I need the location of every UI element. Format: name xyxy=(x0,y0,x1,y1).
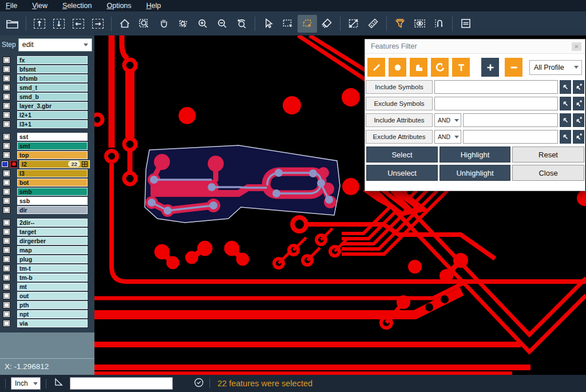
sync-status-icon[interactable] xyxy=(193,377,204,390)
layer-name-bar[interactable]: smt xyxy=(17,142,88,150)
active-layer-indicator[interactable] xyxy=(10,161,18,168)
menu-file[interactable]: File xyxy=(6,2,17,10)
filter-negative-button[interactable] xyxy=(505,58,522,77)
layer-name-bar[interactable]: sst xyxy=(17,133,88,141)
layer-name-bar[interactable]: out xyxy=(17,292,88,300)
layer-visibility-checkbox[interactable] xyxy=(3,121,10,128)
pan-hand-button[interactable] xyxy=(154,15,173,33)
pick-symbol-button[interactable] xyxy=(560,97,571,110)
ruler-button[interactable] xyxy=(363,15,383,33)
features-filter-button[interactable] xyxy=(390,15,410,33)
layer-visibility-checkbox[interactable] xyxy=(3,228,10,235)
dialog-title-bar[interactable]: Features Filter ✕ xyxy=(365,39,585,54)
layer-visibility-checkbox[interactable] xyxy=(1,161,9,168)
snap-button[interactable] xyxy=(429,15,449,33)
include-attributes-logic-select[interactable]: AND xyxy=(434,113,461,127)
include-symbols-input[interactable] xyxy=(434,80,558,94)
layer-visibility-checkbox[interactable] xyxy=(3,142,10,149)
layer-name-bar[interactable]: bfsmb xyxy=(17,74,88,82)
exclude-attributes-button[interactable]: Exclude Attributes xyxy=(366,130,433,144)
filter-positive-button[interactable] xyxy=(481,58,499,77)
zoom-window-button[interactable] xyxy=(134,15,154,33)
pick-add-symbol-button[interactable] xyxy=(573,97,584,110)
layer-name-bar[interactable]: npt xyxy=(17,310,88,318)
layer-visibility-checkbox[interactable] xyxy=(3,179,10,186)
layer-visibility-checkbox[interactable] xyxy=(3,75,10,82)
pick-symbol-button[interactable] xyxy=(560,80,571,94)
filter-pads-button[interactable] xyxy=(389,58,406,77)
filter-text-button[interactable] xyxy=(452,58,470,77)
pan-down-button[interactable]: ↓ xyxy=(49,15,69,33)
step-select[interactable]: edit xyxy=(18,38,92,52)
layer-visibility-checkbox[interactable] xyxy=(3,188,10,195)
pick-add-symbol-button[interactable] xyxy=(573,80,584,94)
layer-visibility-checkbox[interactable] xyxy=(3,302,10,308)
reset-button[interactable]: Reset xyxy=(512,146,584,163)
layer-visibility-checkbox[interactable] xyxy=(3,84,10,91)
exclude-attributes-logic-select[interactable]: AND xyxy=(434,130,461,144)
layer-name-bar[interactable]: smd_t xyxy=(17,84,88,92)
layer-visibility-checkbox[interactable] xyxy=(3,66,10,73)
menu-view[interactable]: View xyxy=(32,2,47,10)
select-button[interactable]: Select xyxy=(366,146,438,163)
show-features-button[interactable] xyxy=(410,15,429,33)
exclude-symbols-input[interactable] xyxy=(434,97,558,110)
layer-name-bar[interactable]: bot xyxy=(17,179,88,187)
layer-visibility-checkbox[interactable] xyxy=(3,102,10,109)
zoom-previous-button[interactable] xyxy=(232,15,251,33)
layer-visibility-checkbox[interactable] xyxy=(3,219,10,226)
layer-visibility-checkbox[interactable] xyxy=(3,274,10,281)
measure-points-button[interactable] xyxy=(344,15,363,33)
layer-name-bar[interactable]: tm-t xyxy=(17,264,88,272)
close-button[interactable]: Close xyxy=(512,165,584,181)
layer-name-bar[interactable]: via xyxy=(17,319,88,327)
layer-name-bar[interactable]: dir xyxy=(17,206,88,214)
command-input[interactable] xyxy=(70,377,173,390)
layer-name-bar[interactable]: ssb xyxy=(17,197,88,205)
include-attributes-button[interactable]: Include Attributes xyxy=(366,113,433,127)
select-pointer-button[interactable] xyxy=(259,15,278,33)
pan-up-button[interactable]: ↑ xyxy=(30,15,49,33)
layer-name-bar[interactable]: mt xyxy=(17,283,88,291)
filter-surfaces-button[interactable] xyxy=(410,58,427,77)
layer-name-bar[interactable]: target xyxy=(17,228,88,236)
select-rectangle-button[interactable] xyxy=(278,15,298,33)
layer-name-bar[interactable]: plug xyxy=(17,255,88,263)
zoom-polygon-button[interactable] xyxy=(173,15,193,33)
pick-add-attribute-button[interactable] xyxy=(573,130,584,144)
layer-name-bar[interactable]: smb xyxy=(17,188,88,196)
layer-visibility-checkbox[interactable] xyxy=(3,112,10,118)
include-symbols-button[interactable]: Include Symbols xyxy=(366,80,433,94)
layer-name-bar[interactable]: l2+1 xyxy=(17,111,88,119)
layer-visibility-checkbox[interactable] xyxy=(3,320,10,327)
layer-visibility-checkbox[interactable] xyxy=(3,207,10,213)
layer-name-bar[interactable]: layer_3.gbr xyxy=(17,102,88,110)
layer-visibility-checkbox[interactable] xyxy=(3,197,10,204)
exclude-attributes-input[interactable] xyxy=(463,130,558,144)
layer-visibility-checkbox[interactable] xyxy=(3,247,10,254)
include-attributes-input[interactable] xyxy=(463,113,558,127)
layer-visibility-checkbox[interactable] xyxy=(3,283,10,290)
units-select[interactable]: Inch xyxy=(11,377,41,390)
select-polygon-button[interactable] xyxy=(298,15,317,33)
layer-name-bar[interactable]: top xyxy=(17,151,88,159)
exclude-symbols-button[interactable]: Exclude Symbols xyxy=(366,97,433,110)
layer-name-bar[interactable]: l222 xyxy=(19,160,90,168)
highlight-button[interactable]: Highlight xyxy=(440,146,510,163)
profile-select[interactable]: All Profile xyxy=(529,60,582,75)
layer-name-bar[interactable]: tm-b xyxy=(17,274,88,282)
unhighlight-button[interactable]: Unhighlight xyxy=(440,165,510,181)
layer-name-bar[interactable]: fx xyxy=(17,56,88,64)
unselect-button[interactable]: Unselect xyxy=(366,165,438,181)
layer-name-bar[interactable]: bfsmt xyxy=(17,65,88,73)
dialog-close-icon[interactable]: ✕ xyxy=(572,42,581,51)
layer-visibility-checkbox[interactable] xyxy=(3,256,10,263)
layer-visibility-checkbox[interactable] xyxy=(3,292,10,299)
menu-help[interactable]: Help xyxy=(146,2,161,10)
layer-name-bar[interactable]: map xyxy=(17,246,88,254)
layer-name-bar[interactable]: smd_b xyxy=(17,93,88,101)
pan-right-button[interactable]: → xyxy=(88,15,108,33)
layer-visibility-checkbox[interactable] xyxy=(3,170,10,177)
pick-attribute-button[interactable] xyxy=(560,130,571,144)
layer-visibility-checkbox[interactable] xyxy=(3,265,10,272)
